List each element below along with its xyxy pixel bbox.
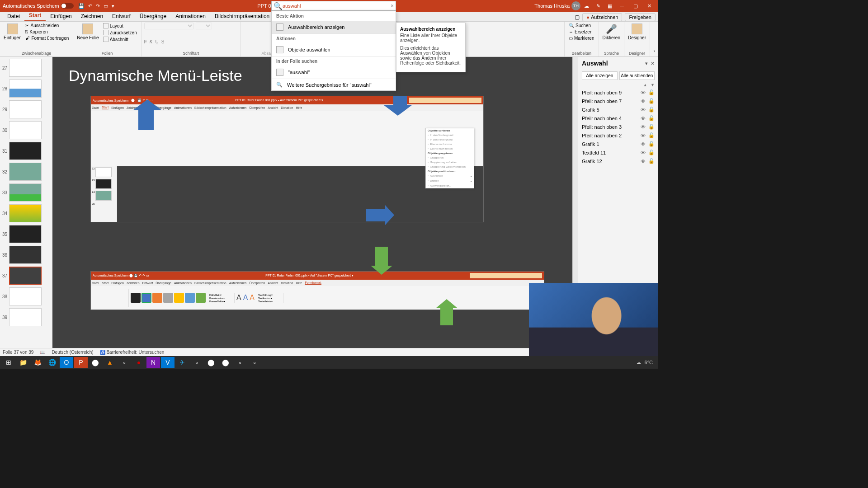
eye-icon[interactable]: 👁 xyxy=(641,90,646,95)
close-button[interactable]: ✕ xyxy=(643,1,656,10)
tab-uebergaenge[interactable]: Übergänge xyxy=(135,11,171,21)
app-icon[interactable]: ● xyxy=(132,357,146,368)
pane-close-icon[interactable]: ✕ xyxy=(651,61,655,66)
app-icon[interactable]: ▫ xyxy=(190,357,203,368)
selection-item[interactable]: Grafik 1👁🔓 xyxy=(578,140,658,148)
thumbnail[interactable]: 29 xyxy=(1,100,52,118)
green-arrow-up[interactable] xyxy=(440,307,453,325)
record-button[interactable]: Aufzeichnen xyxy=(582,13,622,21)
eye-icon[interactable]: 👁 xyxy=(641,150,646,155)
onenote-icon[interactable]: N xyxy=(146,357,160,368)
blue-arrow-down[interactable] xyxy=(393,96,407,107)
format-painter-button[interactable]: 🖌Format übertragen xyxy=(24,35,70,41)
lock-icon[interactable]: 🔓 xyxy=(648,150,655,155)
selection-item[interactable]: Pfeil: nach oben 3👁🔓 xyxy=(578,122,658,131)
search-more-results[interactable]: 🔍 Weitere Suchergebnisse für "auswahl" xyxy=(272,79,396,90)
search-result-find-text[interactable]: "auswahl" xyxy=(272,66,396,79)
redo-icon[interactable]: ↷ xyxy=(96,3,100,9)
slide-canvas[interactable]: Dynamische Menü-Leiste Automatisches Spe… xyxy=(61,57,571,344)
lock-icon[interactable]: 🔓 xyxy=(648,115,655,121)
search-input[interactable] xyxy=(283,3,391,9)
app-icon[interactable]: ▫ xyxy=(248,357,261,368)
lock-icon[interactable]: 🔓 xyxy=(648,158,655,164)
slide-thumbnail-pane[interactable]: 27 28 29 30 31 32 33 34 35 36 37 38 39 xyxy=(0,57,52,356)
tellme-searchbox[interactable]: 🔍 × xyxy=(271,1,396,11)
telegram-icon[interactable]: ✈ xyxy=(175,357,189,368)
toggle-switch[interactable] xyxy=(61,3,74,9)
slide-counter[interactable]: Folie 37 von 39 xyxy=(3,350,33,355)
tab-zeichnen[interactable]: Zeichnen xyxy=(76,11,108,21)
selection-item[interactable]: Grafik 12👁🔓 xyxy=(578,157,658,165)
user-avatar[interactable]: TH xyxy=(571,1,580,10)
tab-einfuegen[interactable]: Einfügen xyxy=(46,11,76,21)
thumbnail[interactable]: 35 xyxy=(1,225,52,243)
cloud-icon[interactable]: ☁ xyxy=(584,3,589,9)
save-icon[interactable]: 💾 xyxy=(78,3,85,9)
search-clear-icon[interactable]: × xyxy=(391,3,394,9)
italic-button[interactable]: K xyxy=(150,39,153,44)
thumbnail[interactable]: 39 xyxy=(1,308,52,326)
lock-icon[interactable]: 🔓 xyxy=(648,98,655,104)
select-button[interactable]: ▭Markieren xyxy=(567,35,595,41)
paste-button[interactable]: Einfügen xyxy=(3,23,22,41)
eye-icon[interactable]: 👁 xyxy=(641,116,646,121)
powerpoint-icon[interactable]: P xyxy=(74,357,88,368)
explorer-icon[interactable]: 📁 xyxy=(16,357,30,368)
selection-item[interactable]: Textfeld 11👁🔓 xyxy=(578,148,658,157)
tab-entwurf[interactable]: Entwurf xyxy=(108,11,135,21)
language-status[interactable]: Deutsch (Österreich) xyxy=(52,350,93,355)
share-button[interactable]: Freigeben xyxy=(625,13,656,21)
sort-controls[interactable]: ▲ | ▼ xyxy=(578,82,658,88)
selection-item[interactable]: Pfeil: nach oben 9👁🔓 xyxy=(578,88,658,97)
thumbnail[interactable]: 32 xyxy=(1,163,52,181)
search-result-select-objects[interactable]: Objekte auswählen xyxy=(272,43,396,56)
strikethrough-button[interactable]: S xyxy=(161,39,165,44)
copy-button[interactable]: ⎘Kopieren xyxy=(24,29,70,35)
obs-icon[interactable]: ⬤ xyxy=(204,357,218,368)
layout-button[interactable]: Layout xyxy=(102,23,138,29)
thumbnail[interactable]: 38 xyxy=(1,287,52,305)
accessibility-status[interactable]: ♿ Barrierefreiheit: Untersuchen xyxy=(100,350,165,355)
tab-start[interactable]: Start xyxy=(24,10,46,21)
ribbon-display-icon[interactable]: ▢ xyxy=(575,14,580,20)
selection-item[interactable]: Pfeil: nach oben 2👁🔓 xyxy=(578,131,658,140)
selection-item[interactable]: Pfeil: nach oben 4👁🔓 xyxy=(578,114,658,122)
app-icon[interactable]: ⬤ xyxy=(219,357,232,368)
selection-item[interactable]: Grafik 5👁🔓 xyxy=(578,105,658,114)
lock-icon[interactable]: 🔓 xyxy=(648,124,655,130)
eye-icon[interactable]: 👁 xyxy=(641,159,646,164)
show-all-button[interactable]: Alle anzeigen xyxy=(582,71,618,80)
eye-icon[interactable]: 👁 xyxy=(641,107,646,113)
hide-all-button[interactable]: Alle ausblenden xyxy=(619,71,655,80)
thumbnail[interactable]: 33 xyxy=(1,183,52,202)
tab-bildschirm[interactable]: Bildschirmpräsentation xyxy=(210,11,274,21)
thumbnail[interactable]: 28 xyxy=(1,80,52,98)
section-button[interactable]: Abschnitt xyxy=(102,36,138,42)
new-slide-button[interactable]: Neue Folie xyxy=(76,23,99,41)
search-result-selection-pane[interactable]: Auswahlbereich anzeigen xyxy=(272,21,396,33)
chrome-icon[interactable]: 🌐 xyxy=(45,357,59,368)
pane-dropdown-icon[interactable]: ▾ xyxy=(645,61,648,66)
reset-button[interactable]: Zurücksetzen xyxy=(102,29,138,36)
app-icon[interactable]: ⬤ xyxy=(89,357,102,368)
bold-button[interactable]: F xyxy=(144,39,147,44)
thumbnail[interactable]: 36 xyxy=(1,246,52,264)
app-icon[interactable]: ▫ xyxy=(233,357,247,368)
slide-editor[interactable]: Dynamische Menü-Leiste Automatisches Spe… xyxy=(52,57,578,356)
collapse-ribbon-button[interactable]: ˅ xyxy=(650,22,658,56)
thumbnail[interactable]: 27 xyxy=(1,59,52,77)
weather-icon[interactable]: ☁ xyxy=(636,360,641,366)
lock-icon[interactable]: 🔓 xyxy=(648,141,655,147)
vlc-icon[interactable]: ▲ xyxy=(103,357,117,368)
app-icon[interactable]: ▦ xyxy=(608,3,612,9)
thumbnail[interactable]: 30 xyxy=(1,121,52,139)
lock-icon[interactable]: 🔓 xyxy=(648,107,655,113)
thumbnail-selected[interactable]: 37 xyxy=(1,267,52,285)
autosave-toggle[interactable]: Automatisches Speichern xyxy=(3,3,74,9)
maximize-button[interactable]: ▢ xyxy=(629,1,642,10)
blue-arrow-right[interactable] xyxy=(366,209,386,221)
blue-arrow-up[interactable] xyxy=(138,108,154,130)
vscode-icon[interactable]: V xyxy=(161,357,175,368)
designer-button[interactable]: Designer xyxy=(627,23,647,41)
slideshow-icon[interactable]: ▭ xyxy=(104,3,108,9)
